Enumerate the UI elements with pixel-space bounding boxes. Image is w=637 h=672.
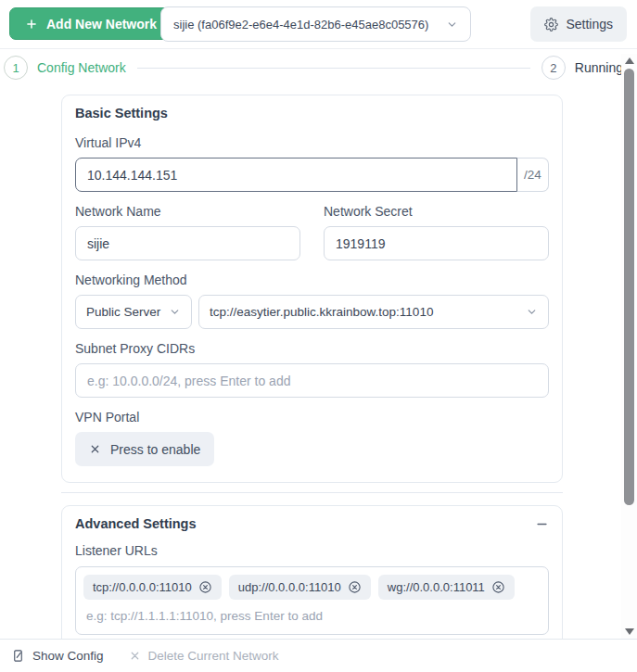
settings-button[interactable]: Settings	[530, 6, 627, 42]
chevron-down-icon	[446, 19, 458, 31]
app-window: Add New Network sijie (fa06f9e2-e6e4-4e1…	[0, 0, 637, 672]
x-mark-icon	[89, 443, 101, 455]
delete-current-network-label: Delete Current Network	[148, 649, 279, 663]
file-edit-icon	[11, 649, 25, 663]
chevron-down-icon	[169, 306, 181, 318]
vertical-scrollbar[interactable]	[621, 54, 637, 639]
chevron-down-icon	[526, 306, 538, 318]
subnet-proxy-input[interactable]	[75, 363, 549, 398]
network-select-value: sijie (fa06f9e2-e6e4-4e1d-82b6-e45ae8c05…	[173, 18, 428, 32]
networking-method-select[interactable]: Public Server	[75, 295, 192, 329]
listener-url-chip-text: udp://0.0.0.0:11010	[238, 580, 341, 594]
network-secret-input[interactable]	[324, 226, 549, 260]
top-toolbar: Add New Network sijie (fa06f9e2-e6e4-4e1…	[0, 0, 637, 49]
network-secret-label: Network Secret	[324, 204, 549, 219]
scroll-up-arrow-icon[interactable]	[625, 57, 634, 64]
scrollbar-thumb[interactable]	[624, 69, 634, 505]
add-new-network-button[interactable]: Add New Network	[9, 7, 172, 40]
step-running[interactable]: 2 Running	[541, 56, 623, 80]
public-server-url-value: tcp://easytier.public.kkrainbow.top:1101…	[210, 305, 433, 319]
virtual-ipv4-input[interactable]	[75, 158, 517, 192]
subnet-proxy-label: Subnet Proxy CIDRs	[75, 341, 549, 356]
gear-icon	[544, 18, 558, 32]
settings-label: Settings	[566, 17, 613, 32]
listener-urls-input[interactable]	[86, 609, 476, 623]
collapse-section-button[interactable]	[534, 516, 549, 531]
listener-url-chip-text: tcp://0.0.0.0:11010	[93, 580, 192, 594]
bottom-action-bar: Show Config Delete Current Network	[0, 639, 637, 672]
step1-number: 1	[4, 56, 28, 80]
step2-label: Running	[575, 60, 623, 75]
virtual-ipv4-label: Virtual IPv4	[75, 135, 549, 150]
scroll-down-arrow-icon[interactable]	[625, 628, 634, 635]
show-config-button[interactable]: Show Config	[11, 649, 104, 663]
add-new-network-label: Add New Network	[46, 17, 157, 32]
virtual-ipv4-group: /24	[75, 158, 549, 192]
listener-url-chip: udp://0.0.0.0:11010	[229, 575, 371, 600]
advanced-settings-title: Advanced Settings	[75, 516, 197, 531]
vpn-portal-label: VPN Portal	[75, 410, 549, 425]
network-name-input[interactable]	[75, 226, 300, 260]
minus-icon	[535, 517, 549, 531]
virtual-ipv4-prefix-addon: /24	[517, 158, 549, 192]
plus-icon	[25, 18, 38, 31]
listener-url-chip: wg://0.0.0.0:11011	[378, 575, 515, 600]
cards-divider	[61, 492, 563, 493]
listener-urls-chips-container[interactable]: tcp://0.0.0.0:11010 udp://0.0.0.0:11010 …	[75, 566, 549, 635]
basic-settings-card: Basic Settings Virtual IPv4 /24 Network …	[61, 95, 563, 483]
remove-chip-icon[interactable]	[491, 580, 505, 594]
networking-method-value: Public Server	[86, 305, 160, 319]
stepper: 1 Config Network 2 Running	[4, 55, 623, 81]
basic-settings-title: Basic Settings	[75, 106, 549, 120]
vpn-portal-enable-button[interactable]: Press to enable	[75, 432, 214, 466]
listener-url-chip: tcp://0.0.0.0:11010	[83, 575, 222, 600]
listener-url-chip-text: wg://0.0.0.0:11011	[388, 580, 485, 594]
network-select-dropdown[interactable]: sijie (fa06f9e2-e6e4-4e1d-82b6-e45ae8c05…	[160, 6, 471, 42]
vpn-portal-enable-label: Press to enable	[110, 442, 200, 457]
show-config-label: Show Config	[32, 649, 104, 663]
remove-chip-icon[interactable]	[348, 580, 362, 594]
delete-current-network-button[interactable]: Delete Current Network	[129, 649, 279, 663]
stepper-connector-line	[137, 68, 530, 69]
public-server-url-select[interactable]: tcp://easytier.public.kkrainbow.top:1101…	[198, 295, 549, 329]
networking-method-label: Networking Method	[75, 273, 549, 287]
x-mark-icon	[129, 650, 141, 662]
step2-number: 2	[541, 56, 566, 80]
step1-label: Config Network	[37, 60, 126, 75]
network-name-label: Network Name	[75, 204, 300, 219]
step-config-network[interactable]: 1 Config Network	[4, 56, 126, 80]
remove-chip-icon[interactable]	[198, 580, 212, 594]
listener-urls-label: Listener URLs	[75, 543, 549, 558]
